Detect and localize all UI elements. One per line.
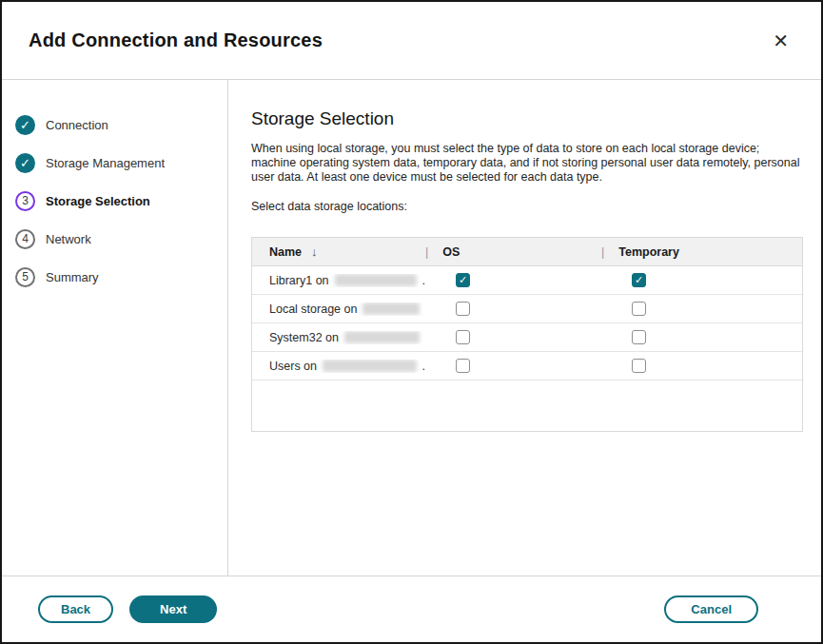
next-button[interactable]: Next bbox=[129, 595, 217, 623]
dialog-title: Add Connection and Resources bbox=[29, 29, 323, 51]
step-storage-selection[interactable]: 3 Storage Selection bbox=[15, 182, 227, 220]
column-label: Temporary bbox=[618, 245, 679, 259]
step-summary[interactable]: 5 Summary bbox=[15, 258, 227, 296]
main-panel: Storage Selection When using local stora… bbox=[228, 80, 823, 576]
storage-name: Library1 on bbox=[269, 274, 329, 287]
column-divider: | bbox=[601, 245, 604, 259]
step-label: Storage Selection bbox=[46, 194, 150, 208]
step-number-badge: 4 bbox=[15, 229, 35, 249]
column-header-temporary: | Temporary bbox=[601, 245, 802, 259]
back-button[interactable]: Back bbox=[38, 595, 113, 623]
step-number-badge: 3 bbox=[15, 191, 35, 211]
column-divider: | bbox=[425, 245, 428, 259]
step-label: Summary bbox=[46, 270, 99, 284]
step-label: Network bbox=[46, 232, 91, 246]
dialog-footer: Back Next Cancel bbox=[2, 576, 821, 642]
redacted-text bbox=[344, 331, 420, 343]
storage-name-cell: Users on . bbox=[252, 360, 425, 373]
column-label: Name bbox=[269, 245, 302, 259]
table-header-row: Name ↓ | OS | Temporary bbox=[252, 238, 802, 266]
os-checkbox[interactable] bbox=[456, 359, 470, 373]
table-row: Local storage on bbox=[252, 295, 802, 323]
os-checkbox[interactable]: ✓ bbox=[456, 273, 470, 287]
step-storage-management[interactable]: ✓ Storage Management bbox=[15, 144, 227, 182]
storage-name-cell: Library1 on . bbox=[252, 274, 425, 287]
storage-name: System32 on bbox=[269, 331, 339, 344]
add-connection-and-resources-dialog: Add Connection and Resources ✕ ✓ Connect… bbox=[0, 0, 823, 644]
step-label: Storage Management bbox=[46, 156, 165, 170]
step-connection[interactable]: ✓ Connection bbox=[15, 106, 227, 144]
storage-name: Local storage on bbox=[269, 302, 357, 316]
step-network[interactable]: 4 Network bbox=[15, 220, 227, 258]
storage-name: Users on bbox=[269, 360, 317, 373]
description-text: When using local storage, you must selec… bbox=[251, 142, 808, 185]
column-header-os: | OS bbox=[425, 245, 601, 259]
redacted-text bbox=[323, 360, 416, 372]
os-checkbox[interactable] bbox=[456, 302, 470, 316]
table-row: System32 on bbox=[252, 323, 802, 352]
close-icon[interactable]: ✕ bbox=[769, 28, 793, 54]
storage-name-cell: Local storage on bbox=[252, 302, 425, 316]
column-label: OS bbox=[442, 245, 460, 259]
sort-descending-icon[interactable]: ↓ bbox=[311, 244, 318, 259]
storage-locations-table: Name ↓ | OS | Temporary Library1 on bbox=[251, 237, 803, 432]
step-number-badge: 5 bbox=[15, 267, 35, 287]
table-row: Users on . bbox=[252, 352, 802, 381]
temporary-checkbox[interactable]: ✓ bbox=[632, 273, 646, 287]
step-complete-icon: ✓ bbox=[15, 153, 35, 173]
step-label: Connection bbox=[46, 118, 108, 132]
page-title: Storage Selection bbox=[251, 108, 808, 129]
temporary-checkbox[interactable] bbox=[632, 302, 646, 316]
os-checkbox[interactable] bbox=[456, 330, 470, 344]
temporary-checkbox[interactable] bbox=[632, 330, 646, 344]
select-locations-label: Select data storage locations: bbox=[251, 200, 808, 213]
wizard-step-list: ✓ Connection ✓ Storage Management 3 Stor… bbox=[2, 80, 228, 576]
table-empty-area bbox=[252, 381, 802, 431]
table-row: Library1 on . ✓ ✓ bbox=[252, 266, 802, 295]
redacted-text bbox=[363, 302, 420, 315]
step-complete-icon: ✓ bbox=[15, 115, 35, 135]
redacted-text bbox=[335, 274, 417, 286]
temporary-checkbox[interactable] bbox=[632, 359, 646, 373]
dialog-header: Add Connection and Resources ✕ bbox=[2, 2, 821, 80]
column-header-name[interactable]: Name ↓ bbox=[252, 244, 425, 259]
storage-name-cell: System32 on bbox=[252, 331, 425, 344]
cancel-button[interactable]: Cancel bbox=[664, 595, 758, 623]
